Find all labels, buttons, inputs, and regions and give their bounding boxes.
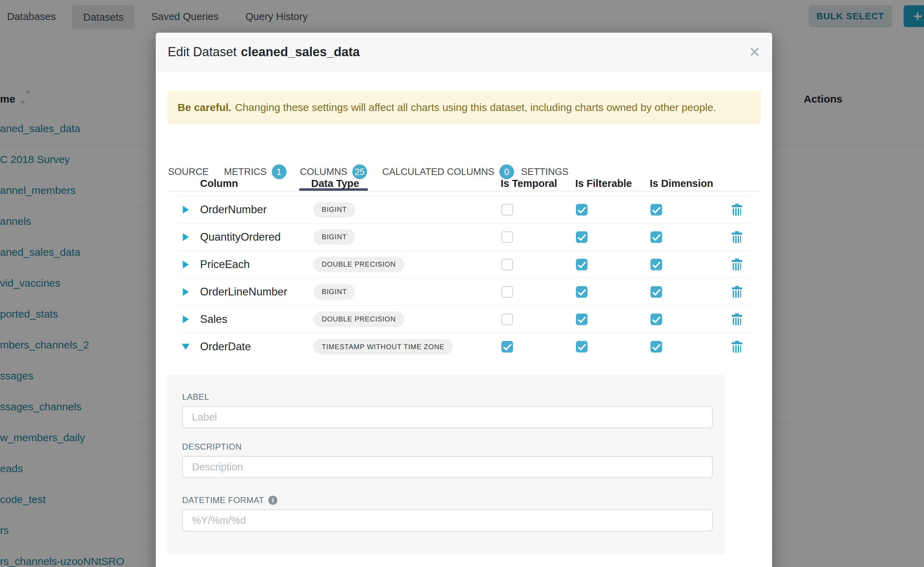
datasets-page: Databases Datasets Saved Queries Query H…	[0, 0, 924, 567]
column-header: Column	[200, 178, 238, 189]
is-temporal-checkbox[interactable]	[501, 314, 513, 325]
data-type-pill: DOUBLE PRECISION	[313, 257, 404, 272]
expand-row-icon[interactable]	[183, 261, 189, 268]
column-row: Sales DOUBLE PRECISION	[179, 306, 749, 333]
delete-column-icon[interactable]	[732, 258, 742, 270]
description-field-label: DESCRIPTION	[182, 442, 242, 452]
is-temporal-checkbox[interactable]	[501, 341, 513, 353]
data-type-header: Data Type	[311, 178, 359, 189]
is-dimension-checkbox[interactable]	[650, 231, 662, 243]
expand-row-icon[interactable]	[183, 315, 189, 323]
tab-count-badge: 0	[499, 164, 514, 179]
column-name: OrderDate	[200, 340, 251, 353]
data-type-pill: TIMESTAMP WITHOUT TIME ZONE	[313, 339, 453, 354]
delete-column-icon[interactable]	[732, 204, 742, 216]
is-dimension-header: Is Dimension	[650, 178, 713, 189]
is-temporal-checkbox[interactable]	[501, 258, 513, 270]
delete-column-icon[interactable]	[732, 231, 742, 243]
column-name: Sales	[200, 313, 227, 326]
tab-count-badge: 1	[272, 164, 287, 179]
column-name: PriceEach	[200, 258, 250, 271]
close-icon[interactable]: ✕	[749, 33, 760, 71]
column-name: OrderLineNumber	[200, 286, 287, 298]
data-type-pill: DOUBLE PRECISION	[313, 312, 404, 327]
delete-column-icon[interactable]	[732, 314, 742, 325]
collapse-row-icon[interactable]	[182, 344, 190, 350]
expand-row-icon[interactable]	[183, 288, 189, 296]
is-temporal-checkbox[interactable]	[501, 286, 513, 297]
is-filterable-checkbox[interactable]	[576, 286, 587, 297]
column-name: OrderNumber	[200, 203, 267, 216]
column-row: QuantityOrdered BIGINT	[179, 224, 749, 251]
divider	[168, 191, 761, 192]
column-row: OrderNumber BIGINT	[179, 196, 749, 224]
description-input[interactable]	[182, 456, 713, 478]
is-dimension-checkbox[interactable]	[650, 314, 662, 325]
tab-calculated-columns[interactable]: CALCULATED COLUMNS 0	[382, 153, 514, 191]
is-filterable-checkbox[interactable]	[576, 314, 587, 325]
column-row: PriceEach DOUBLE PRECISION	[179, 251, 749, 278]
label-input[interactable]	[182, 406, 713, 428]
column-detail-panel: LABEL DESCRIPTION DATETIME FORMAT i	[168, 375, 725, 554]
modal-title: Edit Dataset cleaned_sales_data	[168, 33, 360, 71]
data-type-pill: BIGINT	[313, 230, 355, 245]
tab-count-badge: 25	[352, 164, 367, 179]
expand-row-icon[interactable]	[183, 233, 189, 241]
is-filterable-header: Is Filterable	[575, 178, 632, 189]
is-temporal-header: Is Temporal	[501, 178, 557, 189]
is-temporal-checkbox[interactable]	[501, 231, 513, 243]
datetime-format-input[interactable]	[182, 509, 713, 531]
data-type-pill: BIGINT	[313, 284, 355, 300]
edit-dataset-modal: Edit Dataset cleaned_sales_data ✕ Be car…	[156, 33, 772, 567]
delete-column-icon[interactable]	[732, 341, 742, 353]
is-dimension-checkbox[interactable]	[650, 258, 662, 270]
info-icon[interactable]: i	[268, 496, 277, 505]
is-filterable-checkbox[interactable]	[576, 258, 587, 270]
warning-banner: Be careful. Changing these settings will…	[168, 91, 761, 124]
data-type-pill: BIGINT	[313, 202, 355, 218]
modal-header: Edit Dataset cleaned_sales_data ✕	[156, 33, 772, 71]
dataset-name: cleaned_sales_data	[241, 45, 360, 59]
is-filterable-checkbox[interactable]	[576, 231, 587, 243]
column-row: OrderDate TIMESTAMP WITHOUT TIME ZONE	[179, 333, 749, 360]
label-field-label: LABEL	[182, 392, 209, 402]
datetime-format-field-label: DATETIME FORMAT i	[182, 495, 277, 505]
column-name: QuantityOrdered	[200, 231, 281, 243]
is-filterable-checkbox[interactable]	[576, 341, 587, 353]
is-temporal-checkbox[interactable]	[501, 204, 513, 215]
is-dimension-checkbox[interactable]	[650, 204, 662, 215]
is-dimension-checkbox[interactable]	[650, 286, 662, 297]
column-row: OrderLineNumber BIGINT	[179, 278, 749, 306]
delete-column-icon[interactable]	[732, 286, 742, 298]
expand-row-icon[interactable]	[183, 206, 189, 214]
is-filterable-checkbox[interactable]	[576, 204, 587, 215]
is-dimension-checkbox[interactable]	[650, 341, 662, 353]
